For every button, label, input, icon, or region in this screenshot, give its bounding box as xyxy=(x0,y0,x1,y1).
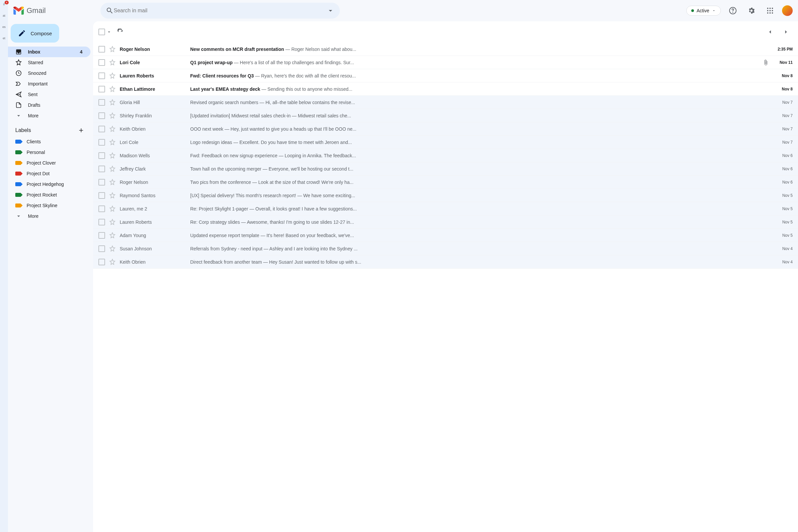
message-row[interactable]: Gloria Hill Revised organic search numbe… xyxy=(93,96,798,109)
message-subject-snippet: Fwd: Client resources for Q3 — Ryan, her… xyxy=(190,73,769,78)
message-checkbox[interactable] xyxy=(98,245,105,252)
message-checkbox[interactable] xyxy=(98,152,105,159)
toolbar xyxy=(93,21,798,42)
star-icon[interactable] xyxy=(109,112,116,119)
message-checkbox[interactable] xyxy=(98,206,105,212)
message-checkbox[interactable] xyxy=(98,59,105,66)
message-row[interactable]: Ethan Lattimore Last year's EMEA strateg… xyxy=(93,82,798,96)
message-row[interactable]: Raymond Santos [UX] Special delivery! Th… xyxy=(93,189,798,202)
nav-item-snoozed[interactable]: Snoozed xyxy=(8,68,91,78)
rail-item[interactable]: et xyxy=(0,37,8,40)
star-icon[interactable] xyxy=(109,259,116,265)
nav-item-drafts[interactable]: Drafts xyxy=(8,100,91,110)
select-all-checkbox[interactable] xyxy=(98,28,105,35)
message-row[interactable]: Roger Nelson Two pics from the conferenc… xyxy=(93,175,798,189)
rail-item[interactable]: es xyxy=(0,25,8,28)
message-checkbox[interactable] xyxy=(98,232,105,239)
label-item[interactable]: Personal xyxy=(8,147,91,158)
star-icon[interactable] xyxy=(109,99,116,106)
search-options-icon[interactable] xyxy=(326,7,335,15)
message-list: Roger Nelson New comments on MCR draft p… xyxy=(93,42,798,532)
refresh-button[interactable] xyxy=(117,28,124,35)
nav-item-inbox[interactable]: Inbox4 xyxy=(8,46,91,57)
rail-item[interactable]: at xyxy=(0,14,8,17)
message-row[interactable]: Roger Nelson New comments on MCR draft p… xyxy=(93,42,798,56)
labels-more[interactable]: More xyxy=(8,211,91,222)
logo-block[interactable]: Gmail xyxy=(13,6,92,15)
label-item[interactable]: Project Skyline xyxy=(8,200,91,211)
compose-button[interactable]: Compose xyxy=(11,24,59,42)
label-item[interactable]: Project Clover xyxy=(8,158,91,168)
label-item[interactable]: Clients xyxy=(8,136,91,147)
star-icon[interactable] xyxy=(109,219,116,225)
message-date: Nov 5 xyxy=(773,220,793,225)
apps-button[interactable] xyxy=(763,4,777,17)
message-row[interactable]: Adam Young Updated expense report templa… xyxy=(93,229,798,242)
search-input[interactable] xyxy=(114,8,326,14)
star-icon[interactable] xyxy=(109,206,116,212)
message-date: Nov 5 xyxy=(773,233,793,238)
add-label-button[interactable] xyxy=(78,127,84,134)
help-button[interactable] xyxy=(726,4,740,17)
message-checkbox[interactable] xyxy=(98,126,105,132)
star-icon[interactable] xyxy=(109,86,116,92)
select-all[interactable] xyxy=(98,28,112,35)
rail-badge: 4 xyxy=(5,1,8,4)
nav-item-important[interactable]: Important xyxy=(8,78,91,89)
nav-item-sent[interactable]: Sent xyxy=(8,89,91,100)
older-button[interactable] xyxy=(779,25,793,39)
message-row[interactable]: Shirley Franklin [Updated invitation] Mi… xyxy=(93,109,798,122)
app-rail: 4ilateset xyxy=(0,0,8,532)
message-checkbox[interactable] xyxy=(98,192,105,199)
message-checkbox[interactable] xyxy=(98,99,105,106)
message-checkbox[interactable] xyxy=(98,86,105,92)
message-row[interactable]: Lauren Roberts Fwd: Client resources for… xyxy=(93,69,798,82)
message-row[interactable]: Jeffrey Clark Town hall on the upcoming … xyxy=(93,162,798,175)
label-item[interactable]: Project Rocket xyxy=(8,190,91,200)
star-icon[interactable] xyxy=(109,126,116,132)
message-row[interactable]: Keith Obrien Direct feedback from anothe… xyxy=(93,255,798,269)
star-icon[interactable] xyxy=(109,152,116,159)
message-checkbox[interactable] xyxy=(98,166,105,172)
star-icon[interactable] xyxy=(109,166,116,172)
inbox-icon xyxy=(15,49,22,55)
label-item[interactable]: Project Hedgehog xyxy=(8,179,91,190)
star-icon[interactable] xyxy=(109,73,116,79)
message-checkbox[interactable] xyxy=(98,73,105,79)
star-icon[interactable] xyxy=(109,59,116,66)
chevron-down-icon xyxy=(712,8,716,13)
message-checkbox[interactable] xyxy=(98,259,105,265)
star-icon[interactable] xyxy=(109,192,116,199)
chevron-down-icon[interactable] xyxy=(107,29,112,35)
message-checkbox[interactable] xyxy=(98,139,105,146)
message-checkbox[interactable] xyxy=(98,46,105,53)
message-row[interactable]: Madison Wells Fwd: Feedback on new signu… xyxy=(93,149,798,162)
nav-item-more[interactable]: More xyxy=(8,110,91,121)
star-icon[interactable] xyxy=(109,139,116,146)
message-checkbox[interactable] xyxy=(98,179,105,186)
search-bar[interactable] xyxy=(100,3,340,19)
label-item[interactable]: Project Dot xyxy=(8,168,91,179)
star-icon[interactable] xyxy=(109,46,116,53)
message-sender: Roger Nelson xyxy=(120,179,186,185)
message-row[interactable]: Lori Cole Q1 project wrap-up — Here's a … xyxy=(93,56,798,69)
message-row[interactable]: Lauren, me 2 Re: Project Skylight 1-page… xyxy=(93,202,798,215)
message-row[interactable]: Lauren Roberts Re: Corp strategy slides … xyxy=(93,215,798,229)
message-checkbox[interactable] xyxy=(98,112,105,119)
message-sender: Lauren, me 2 xyxy=(120,206,186,211)
rail-item[interactable]: 4il xyxy=(0,3,8,6)
message-row[interactable]: Keith Obrien OOO next week — Hey, just w… xyxy=(93,122,798,136)
message-checkbox[interactable] xyxy=(98,219,105,225)
star-icon[interactable] xyxy=(109,245,116,252)
star-icon[interactable] xyxy=(109,232,116,239)
account-avatar[interactable] xyxy=(782,5,793,16)
message-row[interactable]: Lori Cole Logo redesign ideas — Excellen… xyxy=(93,136,798,149)
label-name: Project Hedgehog xyxy=(26,182,64,187)
settings-button[interactable] xyxy=(745,4,758,17)
message-row[interactable]: Susan Johnson Referrals from Sydney - ne… xyxy=(93,242,798,255)
nav-label: Inbox xyxy=(28,49,40,55)
nav-item-starred[interactable]: Starred xyxy=(8,57,91,68)
status-chip[interactable]: Active xyxy=(686,6,721,16)
star-icon[interactable] xyxy=(109,179,116,186)
newer-button[interactable] xyxy=(763,25,777,39)
